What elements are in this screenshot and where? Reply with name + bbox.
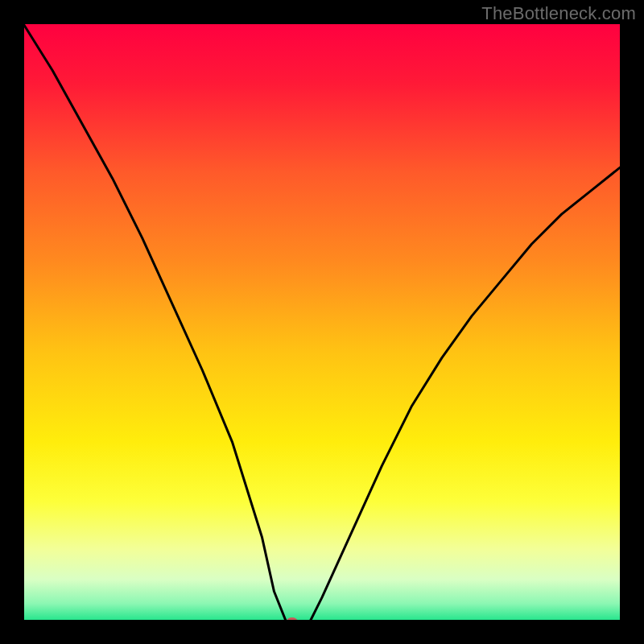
plot-background — [23, 23, 621, 621]
chart-container: TheBottleneck.com — [0, 0, 644, 644]
bottleneck-chart — [0, 0, 644, 644]
watermark-label: TheBottleneck.com — [481, 3, 636, 24]
